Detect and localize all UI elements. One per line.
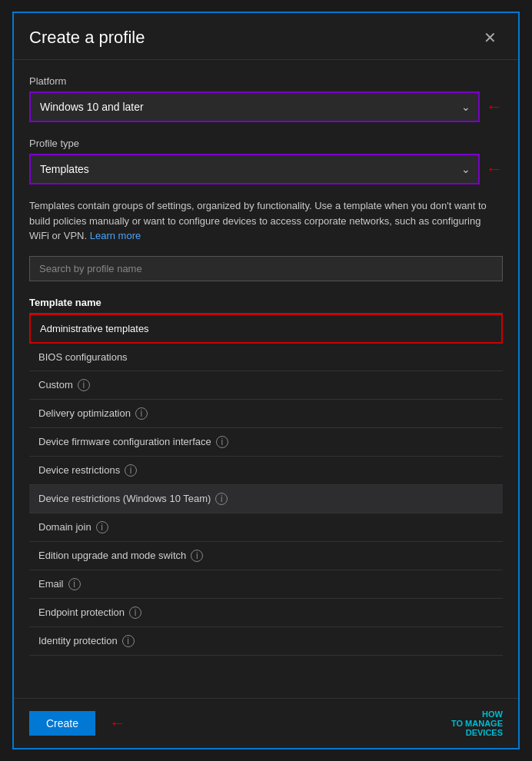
template-item[interactable]: Device firmware configuration interfacei: [29, 428, 503, 457]
template-item[interactable]: Administrative templates: [29, 314, 503, 344]
profile-type-arrow-indicator: ←: [486, 159, 503, 179]
template-item[interactable]: Identity protectioni: [29, 627, 503, 656]
template-item[interactable]: Customi: [29, 371, 503, 400]
template-item-name: Device restrictions: [38, 464, 120, 476]
footer-left: Create ←: [29, 711, 126, 736]
info-icon: i: [78, 379, 90, 391]
description-text: Templates contain groups of settings, or…: [29, 198, 503, 244]
create-profile-dialog: Create a profile ✕ Platform Windows 10 a…: [12, 12, 520, 749]
platform-dropdown-row: Windows 10 and later ⌄ ←: [29, 91, 503, 122]
info-icon: i: [215, 493, 228, 505]
learn-more-link[interactable]: Learn more: [90, 230, 141, 241]
dialog-header: Create a profile ✕: [14, 13, 518, 60]
info-icon: i: [191, 550, 203, 562]
template-item[interactable]: Emaili: [29, 570, 503, 599]
dialog-body: Platform Windows 10 and later ⌄ ← Profil…: [14, 60, 518, 698]
template-list: Administrative templatesBIOS configurati…: [29, 314, 503, 699]
platform-dropdown[interactable]: Windows 10 and later: [29, 91, 480, 122]
template-item-name: Email: [38, 578, 64, 590]
template-item[interactable]: Domain joini: [29, 513, 503, 542]
info-icon: i: [125, 464, 137, 477]
profile-type-dropdown[interactable]: Templates: [29, 154, 480, 184]
template-item[interactable]: Device restrictionsi: [29, 457, 503, 485]
dialog-title: Create a profile: [29, 28, 145, 48]
info-icon: i: [129, 606, 141, 619]
template-item-name: Administrative templates: [40, 323, 149, 334]
template-item-name: Domain join: [38, 521, 91, 533]
template-item-name: Device restrictions (Windows 10 Team): [38, 493, 211, 504]
create-arrow-indicator: ←: [109, 713, 126, 733]
info-icon: i: [122, 635, 135, 647]
create-button[interactable]: Create: [29, 711, 95, 736]
watermark-manage: MANAGEDEVICES: [465, 719, 503, 737]
info-icon: i: [96, 521, 108, 533]
search-input[interactable]: [29, 256, 503, 281]
template-item[interactable]: Device restrictions (Windows 10 Team)i: [29, 485, 503, 513]
template-item[interactable]: BIOS configurations: [29, 344, 503, 371]
platform-arrow-indicator: ←: [486, 97, 503, 117]
template-item-name: Identity protection: [38, 635, 118, 646]
template-item-name: Endpoint protection: [38, 606, 125, 618]
template-item-name: Device firmware configuration interface: [38, 436, 211, 447]
template-list-header: Template name: [29, 292, 503, 314]
template-item[interactable]: Delivery optimizationi: [29, 400, 503, 428]
info-icon: i: [135, 407, 148, 420]
profile-type-label: Profile type: [29, 138, 503, 149]
template-item-name: Edition upgrade and mode switch: [38, 550, 186, 561]
template-item[interactable]: Edition upgrade and mode switchi: [29, 542, 503, 570]
info-icon: i: [216, 436, 228, 448]
platform-dropdown-wrapper: Windows 10 and later ⌄: [29, 91, 480, 122]
info-icon: i: [68, 578, 81, 590]
watermark: HOWTO MANAGEDEVICES: [451, 709, 503, 737]
profile-type-dropdown-row: Templates ⌄ ←: [29, 154, 503, 184]
close-button[interactable]: ✕: [477, 27, 503, 48]
dialog-footer: Create ← HOWTO MANAGEDEVICES: [14, 698, 518, 748]
template-item-name: Custom: [38, 379, 73, 390]
template-item-name: Delivery optimization: [38, 407, 131, 419]
profile-type-dropdown-wrapper: Templates ⌄: [29, 154, 480, 184]
platform-label: Platform: [29, 75, 503, 87]
template-item[interactable]: Endpoint protectioni: [29, 599, 503, 627]
template-item-name: BIOS configurations: [38, 351, 128, 363]
